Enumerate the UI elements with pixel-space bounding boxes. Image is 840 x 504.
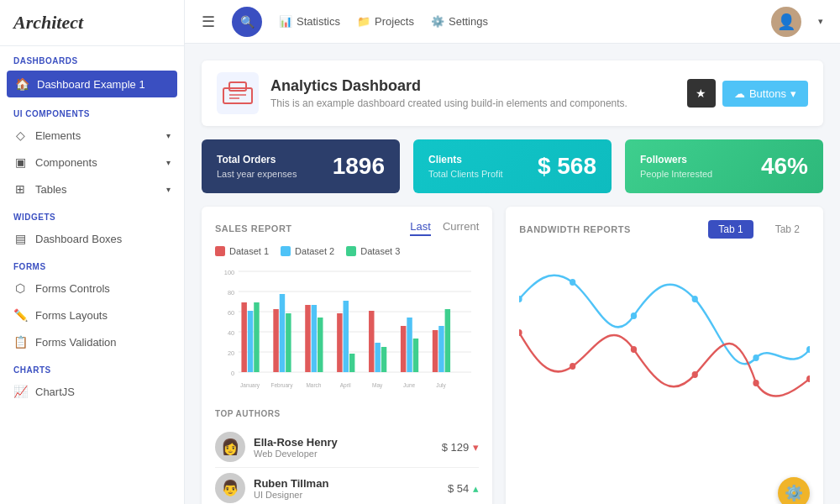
svg-rect-29 xyxy=(375,343,380,372)
tab-last[interactable]: Last xyxy=(410,220,431,236)
line-chart-svg xyxy=(519,249,810,417)
svg-rect-24 xyxy=(318,318,323,372)
svg-text:20: 20 xyxy=(228,349,234,357)
forms-validation-icon: 📋 xyxy=(13,335,27,349)
dashboard-title: Analytics Dashboard xyxy=(270,77,675,95)
buttons-dropdown-arrow: ▾ xyxy=(790,87,796,100)
sidebar-item-dashboard-boxes[interactable]: ▤ Dashboard Boxes xyxy=(0,225,184,252)
author-role-1: UI Designer xyxy=(254,490,439,500)
nav-settings[interactable]: ⚙️ Settings xyxy=(431,15,488,28)
legend-dataset3: Dataset 3 xyxy=(346,246,400,256)
sidebar-item-forms-layouts[interactable]: ✏️ Forms Layouts xyxy=(0,302,184,328)
section-dashboards: DASHBOARDS xyxy=(0,46,184,69)
authors-section: TOP AUTHORS 👩 Ella-Rose Henry Web Develo… xyxy=(215,409,479,504)
section-forms: FORMS xyxy=(0,252,184,275)
sidebar-item-forms-validation[interactable]: 📋 Forms Validation xyxy=(0,328,184,355)
cloud-icon: ☁ xyxy=(734,87,745,100)
bandwidth-card: BANDWIDTH REPORTS Tab 1 Tab 2 xyxy=(506,207,823,504)
svg-point-50 xyxy=(519,329,522,336)
sidebar-item-forms-controls[interactable]: ⬡ Forms Controls xyxy=(0,275,184,302)
search-button[interactable]: 🔍 xyxy=(232,7,262,37)
svg-rect-27 xyxy=(349,354,354,372)
svg-rect-34 xyxy=(433,330,438,372)
logo: Architect xyxy=(0,0,184,46)
stat-card-clients: Clients Total Clients Profit $ 568 xyxy=(413,139,612,193)
svg-text:April: April xyxy=(340,382,351,389)
tab-current[interactable]: Current xyxy=(443,220,479,236)
nav-projects[interactable]: 📁 Projects xyxy=(357,15,414,28)
projects-icon: 📁 xyxy=(357,15,370,28)
bandwidth-tab1[interactable]: Tab 1 xyxy=(708,220,753,239)
tables-arrow: ▾ xyxy=(166,185,171,194)
stat-card-orders: Total Orders Last year expenses 1896 xyxy=(202,139,400,193)
author-amount-0: $ 129 ▾ xyxy=(442,441,480,454)
sales-report-title: SALES REPORT xyxy=(215,223,292,234)
svg-text:60: 60 xyxy=(228,309,234,317)
components-arrow: ▾ xyxy=(166,158,171,167)
bar-chart-svg: 100 80 60 40 20 0 xyxy=(215,263,479,397)
svg-text:June: June xyxy=(403,382,415,388)
nav-statistics[interactable]: 📊 Statistics xyxy=(279,15,340,28)
stat-card-followers: Followers People Interested 46% xyxy=(625,139,823,193)
svg-rect-30 xyxy=(381,347,386,372)
svg-text:0: 0 xyxy=(231,370,234,377)
svg-point-53 xyxy=(692,371,698,378)
forms-controls-icon: ⬡ xyxy=(13,281,27,295)
dashboard-icon xyxy=(217,72,259,114)
followers-label: Followers xyxy=(640,154,712,165)
star-button[interactable]: ★ xyxy=(687,79,716,108)
orders-label: Total Orders xyxy=(217,154,297,165)
trend-down-0: ▾ xyxy=(473,441,479,454)
svg-rect-22 xyxy=(305,305,310,372)
user-avatar[interactable]: 👤 xyxy=(771,7,801,37)
svg-rect-36 xyxy=(445,309,450,372)
legend-dot-3 xyxy=(346,246,356,256)
bar-chart: 100 80 60 40 20 0 xyxy=(215,263,479,397)
elements-arrow: ▾ xyxy=(166,131,171,140)
svg-text:80: 80 xyxy=(228,289,234,297)
author-name-0: Ella-Rose Henry xyxy=(254,436,433,449)
author-amount-1: $ 54 ▴ xyxy=(448,482,479,495)
sidebar-item-elements[interactable]: ◇ Elements ▾ xyxy=(0,122,184,149)
svg-text:July: July xyxy=(436,382,446,389)
home-icon: 🏠 xyxy=(15,77,29,91)
line-chart xyxy=(519,249,810,417)
svg-rect-16 xyxy=(241,302,246,372)
sidebar-item-components[interactable]: ▣ Components ▾ xyxy=(0,149,184,176)
svg-point-54 xyxy=(753,380,759,386)
author-row-0: 👩 Ella-Rose Henry Web Developer $ 129 ▾ xyxy=(215,427,479,468)
chart-legend: Dataset 1 Dataset 2 Dataset 3 xyxy=(215,246,479,256)
author-avatar-1: 👨 xyxy=(215,473,245,503)
orders-value: 1896 xyxy=(333,153,385,180)
sales-report-card: SALES REPORT Last Current Dataset 1 Data… xyxy=(202,207,492,504)
avatar-dropdown-arrow[interactable]: ▾ xyxy=(818,16,823,27)
bandwidth-title: BANDWIDTH REPORTS xyxy=(519,224,631,234)
buttons-dropdown[interactable]: ☁ Buttons ▾ xyxy=(722,81,808,107)
settings-icon: ⚙️ xyxy=(431,15,444,28)
sidebar: Architect DASHBOARDS 🏠 Dashboard Example… xyxy=(0,0,185,504)
svg-point-48 xyxy=(753,354,759,361)
statistics-icon: 📊 xyxy=(279,15,292,28)
svg-rect-20 xyxy=(280,294,285,372)
dashboard-subtitle: This is an example dashboard created usi… xyxy=(270,97,675,109)
components-icon: ▣ xyxy=(13,155,27,169)
svg-point-47 xyxy=(692,296,698,302)
clients-label: Clients xyxy=(428,154,503,165)
gear-button[interactable]: ⚙️ xyxy=(778,477,810,504)
author-name-1: Ruben Tillman xyxy=(254,477,439,490)
bandwidth-tab2[interactable]: Tab 2 xyxy=(765,220,810,239)
sidebar-item-chartjs[interactable]: 📈 ChartJS xyxy=(0,378,184,405)
lower-content: SALES REPORT Last Current Dataset 1 Data… xyxy=(202,207,823,504)
sales-header-row: SALES REPORT Last Current xyxy=(215,220,479,236)
hamburger-icon[interactable]: ☰ xyxy=(202,13,215,31)
sidebar-item-dashboard-example[interactable]: 🏠 Dashboard Example 1 xyxy=(7,71,177,97)
legend-dot-1 xyxy=(215,246,225,256)
svg-rect-31 xyxy=(401,326,406,372)
svg-text:February: February xyxy=(271,382,293,389)
content-area: Analytics Dashboard This is an example d… xyxy=(185,44,840,504)
legend-dataset1: Dataset 1 xyxy=(215,246,269,256)
clients-sub: Total Clients Profit xyxy=(428,169,503,179)
sidebar-item-tables[interactable]: ⊞ Tables ▾ xyxy=(0,176,184,202)
tables-icon: ⊞ xyxy=(13,182,27,196)
svg-rect-26 xyxy=(344,301,349,372)
